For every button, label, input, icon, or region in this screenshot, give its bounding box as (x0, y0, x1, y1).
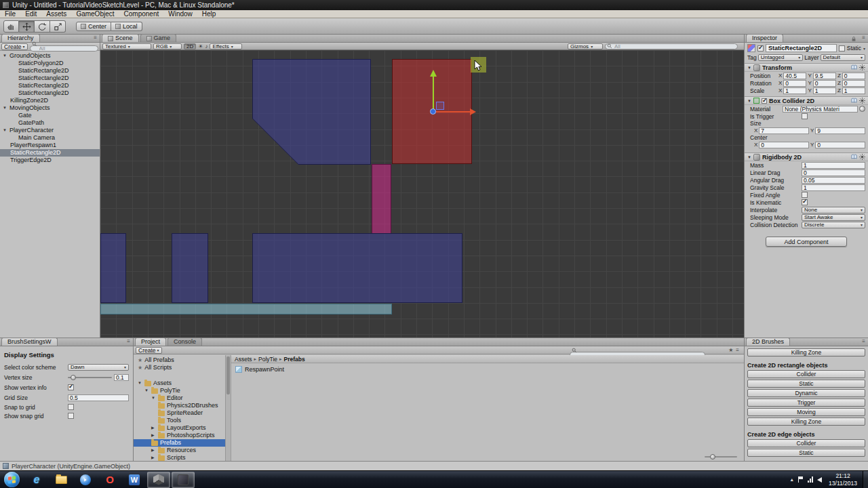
panel-menu-icon[interactable]: ≡ (859, 34, 868, 42)
folder-item[interactable]: ▶Resources (134, 447, 225, 454)
create-dropdown[interactable]: Create (1, 43, 28, 50)
static-dropdown-arrow-icon[interactable]: ▾ (863, 46, 865, 51)
scale-y-field[interactable]: 1 (813, 87, 836, 94)
favorite-item[interactable]: ★All Prefabs (134, 357, 225, 364)
center-x-field[interactable]: 0 (759, 142, 809, 148)
snap-to-grid-checkbox[interactable] (68, 404, 74, 410)
hierarchy-item[interactable]: StaticRectangle2D (0, 75, 100, 82)
center-y-field[interactable]: 0 (815, 142, 865, 148)
gizmo-x-axis[interactable] (434, 111, 470, 113)
box-collider-component-header[interactable]: ▼ Box Collider 2D (745, 96, 868, 105)
mass-field[interactable]: 1 (802, 162, 865, 169)
lighting-icon[interactable]: ☀ (198, 43, 203, 49)
foldout-icon[interactable]: ▼ (144, 387, 149, 394)
media-player-icon[interactable] (74, 472, 97, 488)
gear-icon[interactable] (859, 154, 865, 160)
hierarchy-item[interactable]: GatePath (0, 119, 100, 127)
menu-help[interactable]: Help (197, 10, 221, 18)
gravity-scale-field[interactable]: 1 (802, 184, 865, 191)
show-hidden-icons-icon[interactable]: ▲ (789, 477, 794, 482)
foldout-icon[interactable]: ▼ (151, 394, 156, 402)
linear-drag-field[interactable]: 0 (802, 169, 865, 176)
foldout-icon[interactable]: ▶ (151, 454, 156, 461)
hierarchy-item[interactable]: Gate (0, 112, 100, 119)
menu-component[interactable]: Component (119, 10, 164, 18)
render-mode-dropdown[interactable]: RGB (153, 43, 182, 49)
rect-collider-button[interactable]: Collider (747, 370, 865, 378)
position-z-field[interactable]: 0 (842, 73, 865, 79)
sleeping-mode-dropdown[interactable]: Start Awake (802, 214, 865, 221)
hierarchy-item[interactable]: TriggerEdge2D (0, 157, 100, 164)
hierarchy-item[interactable]: ▼PlayerCharacter (0, 127, 100, 134)
rotate-tool-button[interactable] (35, 20, 50, 33)
static-checkbox[interactable] (839, 45, 845, 52)
tab-2d-brushes[interactable]: 2D Brushes (746, 338, 790, 346)
scene-object-blue-rectangle[interactable] (172, 233, 208, 303)
hierarchy-item[interactable]: StaticRectangle2D (0, 89, 100, 97)
size-y-field[interactable]: 9 (815, 127, 865, 134)
rotation-y-field[interactable]: 0 (813, 80, 836, 87)
hierarchy-item[interactable]: PlayerRespawn1 (0, 142, 100, 149)
word-icon[interactable]: W (123, 472, 146, 488)
create-dropdown[interactable]: Create (136, 347, 162, 354)
shading-mode-dropdown[interactable]: Textured (102, 43, 151, 49)
transform-component-header[interactable]: ▼ Transform (745, 63, 868, 72)
rect-dynamic-button[interactable]: Dynamic (747, 389, 865, 397)
gizmo-y-arrowhead[interactable] (430, 70, 437, 77)
scene-object-cyan-edge[interactable] (100, 304, 392, 314)
hierarchy-item-selected[interactable]: StaticRectangle2D (0, 149, 100, 157)
object-name-field[interactable]: StaticRectangle2D (766, 44, 837, 52)
folder-item[interactable]: ▼Assets (134, 380, 225, 387)
tab-brush-settings[interactable]: BrushSettingsW (1, 338, 58, 346)
menu-gameobject[interactable]: GameObject (71, 10, 119, 18)
audio-icon[interactable]: ♪ (205, 43, 208, 49)
foldout-icon[interactable]: ▶ (151, 424, 156, 432)
menu-assets[interactable]: Assets (41, 10, 71, 18)
tab-scene[interactable]: Scene (102, 34, 139, 42)
show-desktop-button[interactable] (863, 471, 868, 488)
panel-menu-icon[interactable]: ≡ (124, 338, 133, 346)
scrollbar-thumb[interactable] (226, 357, 230, 394)
scene-object-blue-rectangle[interactable] (252, 233, 462, 303)
breadcrumb-item[interactable]: PolyTie (258, 356, 277, 363)
panel-menu-icon[interactable]: ≡ (736, 347, 739, 353)
scale-z-field[interactable]: 1 (842, 87, 865, 94)
toggle-2d-button[interactable]: 2D (184, 43, 196, 49)
object-picker-icon[interactable] (859, 106, 865, 112)
collision-detection-dropdown[interactable]: Discrete (802, 222, 865, 228)
rect-moving-button[interactable]: Moving (747, 408, 865, 416)
is-kinematic-checkbox[interactable] (802, 199, 808, 205)
star-filter-icon[interactable]: ★ (728, 347, 733, 353)
pivot-local-button[interactable]: Local (111, 22, 142, 31)
fixed-angle-checkbox[interactable] (802, 192, 808, 198)
foldout-icon[interactable]: ▼ (747, 66, 751, 70)
scene-object-magenta-rectangle[interactable] (372, 164, 391, 234)
folder-item[interactable]: Tools (134, 417, 225, 424)
hierarchy-item[interactable]: ▼MovingObjects (0, 104, 100, 112)
folder-item[interactable]: ▼Editor (134, 394, 225, 402)
rect-killing-zone-button[interactable]: Killing Zone (747, 418, 865, 426)
killing-zone-button[interactable]: Killing Zone (747, 348, 865, 357)
size-x-field[interactable]: 7 (759, 127, 809, 134)
edge-collider-button[interactable]: Collider (747, 439, 865, 447)
action-center-icon[interactable] (798, 476, 804, 483)
scale-x-field[interactable]: 1 (783, 87, 806, 94)
thumbnail-zoom-slider[interactable] (705, 456, 737, 458)
favorite-item[interactable]: ★All Scripts (134, 364, 225, 371)
foldout-icon[interactable]: ▼ (138, 380, 142, 387)
internet-explorer-icon[interactable]: e (25, 472, 48, 488)
folder-item[interactable]: ▶Scripts (134, 454, 225, 461)
interpolate-dropdown[interactable]: None (802, 207, 865, 214)
scene-object-blue-rectangle[interactable] (100, 233, 126, 303)
asset-item[interactable]: RespawnPoint (231, 363, 744, 373)
rect-static-button[interactable]: Static (747, 380, 865, 388)
foldout-icon[interactable]: ▼ (3, 52, 8, 60)
show-vertex-info-checkbox[interactable] (68, 384, 74, 390)
folder-item[interactable]: ▼PolyTie (134, 387, 225, 394)
breadcrumb-item[interactable]: Assets (235, 356, 252, 363)
project-tree-scrollbar[interactable] (226, 355, 231, 461)
edge-static-button[interactable]: Static (747, 449, 865, 457)
hierarchy-item[interactable]: KillingZone2D (0, 97, 100, 104)
show-snap-grid-checkbox[interactable] (68, 413, 74, 419)
hierarchy-item[interactable]: StaticRectangle2D (0, 82, 100, 89)
